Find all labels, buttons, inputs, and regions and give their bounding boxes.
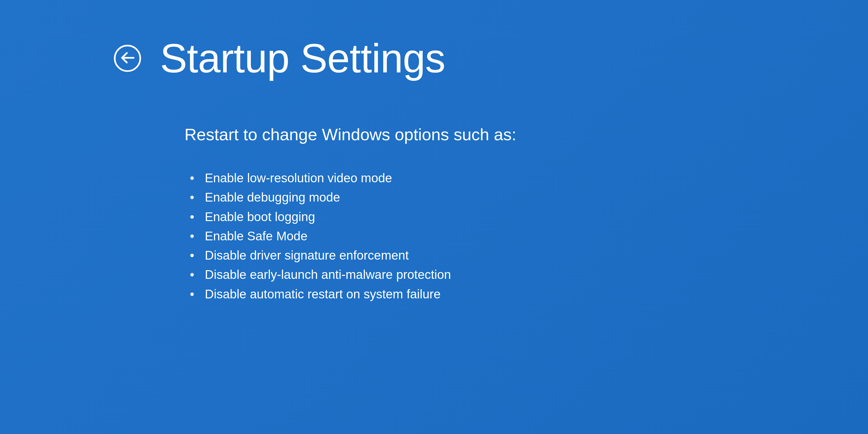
startup-settings-screen: Startup Settings Restart to change Windo… xyxy=(0,0,868,304)
list-item: Disable early-launch anti-malware protec… xyxy=(190,265,868,284)
subtitle: Restart to change Windows options such a… xyxy=(184,125,868,144)
list-item: Enable debugging mode xyxy=(190,188,868,207)
options-list: Enable low-resolution video mode Enable … xyxy=(184,168,868,304)
page-title: Startup Settings xyxy=(160,38,445,79)
header: Startup Settings xyxy=(114,38,868,79)
list-item: Disable automatic restart on system fail… xyxy=(190,284,868,304)
list-item: Enable boot logging xyxy=(190,207,868,226)
list-item: Disable driver signature enforcement xyxy=(190,246,868,265)
list-item: Enable low-resolution video mode xyxy=(190,168,868,188)
back-button[interactable] xyxy=(114,45,141,72)
content-area: Restart to change Windows options such a… xyxy=(114,125,868,304)
list-item: Enable Safe Mode xyxy=(190,226,868,246)
arrow-left-icon xyxy=(119,50,135,67)
